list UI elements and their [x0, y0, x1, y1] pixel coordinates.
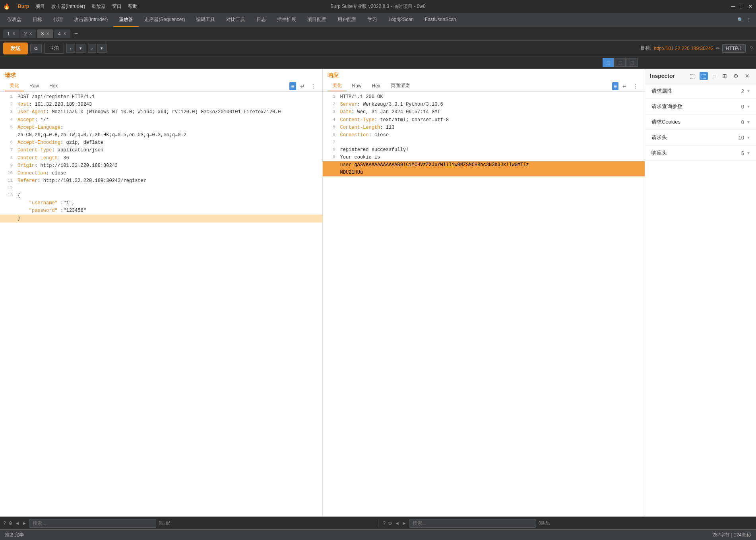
response-more-icon[interactable]: ⋮ [631, 82, 640, 90]
repeater-tab-1-close[interactable]: ✕ [12, 31, 16, 36]
http-version-badge[interactable]: HTTP/1 [722, 44, 746, 53]
request-search-panel: ? ⚙ ◄ ► 0匹配 [3, 519, 373, 528]
nav-tab-proxy[interactable]: 代理 [48, 13, 68, 27]
menu-project[interactable]: 项目 [35, 3, 45, 10]
response-panel-tabs: 美化 Raw Hex 页面渲染 ≡ ↵ ⋮ [328, 81, 640, 91]
response-pretty-icon[interactable]: ≡ [612, 82, 618, 90]
repeater-tab-3-label: 3 [41, 31, 44, 37]
repeater-tab-3[interactable]: 3 ✕ [37, 29, 53, 38]
view-split-horizontal[interactable]: ⬚ [603, 58, 614, 67]
request-more-icon[interactable]: ⋮ [309, 82, 318, 90]
menu-intruder[interactable]: 攻击器(Intruder) [51, 3, 85, 10]
response-tab-raw[interactable]: Raw [347, 81, 366, 91]
req-line-8: 8 Content-Length: 36 [0, 155, 322, 162]
inspector-toggle-right[interactable]: ⬚ [700, 72, 708, 80]
request-tab-raw[interactable]: Raw [25, 81, 44, 91]
settings-button[interactable]: ⚙ [30, 44, 42, 53]
response-search-next-icon[interactable]: ► [402, 521, 407, 526]
prev-dropdown-button[interactable]: ▾ [76, 44, 85, 53]
close-button[interactable]: ✕ [748, 3, 753, 10]
prev-button[interactable]: ‹ [66, 44, 75, 53]
repeater-tab-2-label: 2 [24, 31, 27, 37]
request-search-input[interactable] [29, 519, 156, 528]
request-tab-pretty[interactable]: 美化 [5, 81, 24, 91]
response-tab-hex[interactable]: Hex [367, 81, 385, 91]
nav-tab-encoder[interactable]: 编码工具 [190, 13, 221, 27]
nav-tab-extensions[interactable]: 插件扩展 [271, 13, 302, 27]
send-button[interactable]: 发送 [3, 43, 28, 54]
menu-repeater[interactable]: 重放器 [91, 3, 106, 10]
inspector-close[interactable]: ✕ [743, 72, 751, 80]
resp-line-9b: user=gASVKAAAAAAAAAAB9lCiMCHVzZXJuYWllIi… [323, 161, 645, 169]
nav-tab-target[interactable]: 目标 [27, 13, 48, 27]
request-search-next-icon[interactable]: ► [22, 521, 27, 526]
inspector-row-req-headers[interactable]: 请求头 10 ▾ [645, 130, 756, 145]
inspector-row-cookies[interactable]: 请求Cookies 0 ▾ [645, 114, 756, 130]
request-search-settings-icon[interactable]: ⚙ [8, 521, 13, 526]
inspector-align-left[interactable]: ≡ [711, 72, 717, 80]
cancel-button[interactable]: 取消 [44, 43, 64, 54]
inspector-align-right[interactable]: ⊞ [721, 72, 729, 80]
inspector-row-query-params[interactable]: 请求查询参数 0 ▾ [645, 99, 756, 114]
app-name[interactable]: Burp [18, 4, 29, 9]
request-pretty-icon[interactable]: ≡ [289, 82, 296, 90]
forward-arrows: › ▾ [88, 44, 107, 53]
resp-line-9a: 9 Your cookie is [323, 154, 645, 161]
next-dropdown-button[interactable]: ▾ [97, 44, 107, 53]
add-tab-button[interactable]: + [71, 29, 81, 39]
req-line-14: "username" :"1", [0, 199, 322, 207]
minimize-button[interactable]: ─ [731, 3, 735, 10]
request-search-help-icon[interactable]: ? [3, 521, 6, 526]
view-full[interactable]: ⬚ [626, 58, 638, 67]
inspector-toggle-left[interactable]: ⬚ [688, 72, 696, 80]
repeater-tab-4[interactable]: 4 ✕ [54, 29, 70, 38]
repeater-tab-1[interactable]: 1 ✕ [3, 29, 19, 38]
search-icon[interactable]: 🔍 [737, 17, 743, 23]
inspector-panel: Inspector ⬚ ⬚ ≡ ⊞ ⚙ ✕ 请求属性 2 ▾ 请求查询参数 0 … [645, 69, 756, 517]
repeater-tab-3-close[interactable]: ✕ [46, 31, 49, 36]
app-logo: 🔥 [3, 3, 10, 10]
help-icon[interactable]: ? [750, 45, 753, 52]
view-split-vertical[interactable]: ⬚ [614, 58, 626, 67]
request-search-prev-icon[interactable]: ◄ [15, 521, 20, 526]
request-code-area[interactable]: 1 POST /api/register HTTP/1.1 2 Host: 10… [0, 92, 322, 517]
request-tab-hex[interactable]: Hex [45, 81, 62, 91]
menu-more-icon[interactable]: ⋮ [746, 17, 751, 23]
nav-tab-sequencer[interactable]: 走序器(Sequencer) [139, 13, 190, 27]
response-search-input[interactable] [409, 519, 536, 528]
nav-tab-intruder[interactable]: 攻击器(Intruder) [68, 13, 113, 27]
response-search-settings-icon[interactable]: ⚙ [388, 521, 392, 526]
repeater-tab-2[interactable]: 2 ✕ [20, 29, 37, 38]
response-code-area[interactable]: 1 HTTP/1.1 200 OK 2 Server: Werkzeug/3.0… [323, 92, 645, 517]
nav-tab-repeater[interactable]: 重放器 [113, 13, 139, 27]
inspector-settings[interactable]: ⚙ [732, 72, 740, 80]
menu-help[interactable]: 帮助 [128, 3, 138, 10]
edit-target-icon[interactable]: ✏ [716, 46, 720, 51]
nav-tab-fastuson[interactable]: FastUsonScan [419, 13, 462, 27]
repeater-tab-2-close[interactable]: ✕ [29, 31, 32, 36]
menu-window[interactable]: 窗口 [112, 3, 122, 10]
repeater-tab-4-close[interactable]: ✕ [63, 31, 66, 36]
nav-tab-user-options[interactable]: 用户配置 [332, 13, 362, 27]
nav-tab-comparer[interactable]: 对比工具 [221, 13, 251, 27]
response-search-prev-icon[interactable]: ◄ [395, 521, 399, 526]
response-tab-pretty[interactable]: 美化 [328, 81, 347, 91]
nav-tab-learn[interactable]: 学习 [362, 13, 383, 27]
inspector-row-properties[interactable]: 请求属性 2 ▾ [645, 83, 756, 99]
nav-tab-log4j[interactable]: Log4j2Scan [383, 13, 419, 27]
req-line-15: "password" :"123456" [0, 207, 322, 215]
response-search-help-icon[interactable]: ? [383, 521, 386, 526]
req-line-7: 7 Content-Type: application/json [0, 147, 322, 154]
nav-tab-dashboard[interactable]: 仪表盘 [2, 13, 27, 27]
nav-tab-logger[interactable]: 日志 [251, 13, 271, 27]
inspector-row-resp-headers[interactable]: 响应头 5 ▾ [645, 145, 756, 161]
maximize-button[interactable]: □ [740, 3, 743, 10]
next-button[interactable]: › [88, 44, 97, 53]
nav-tab-project-options[interactable]: 项目配置 [302, 13, 332, 27]
response-wrap-icon[interactable]: ↵ [621, 82, 629, 90]
req-line-4: 4 Accept: */* [0, 116, 322, 124]
toolbar: 发送 ⚙ 取消 ‹ ▾ › ▾ 目标: http://101.32.220.18… [0, 41, 756, 56]
request-wrap-icon[interactable]: ↵ [299, 82, 306, 90]
response-tab-render[interactable]: 页面渲染 [386, 81, 415, 91]
resp-line-4: 4 Content-Type: text/html; charset=utf-8 [323, 116, 645, 124]
